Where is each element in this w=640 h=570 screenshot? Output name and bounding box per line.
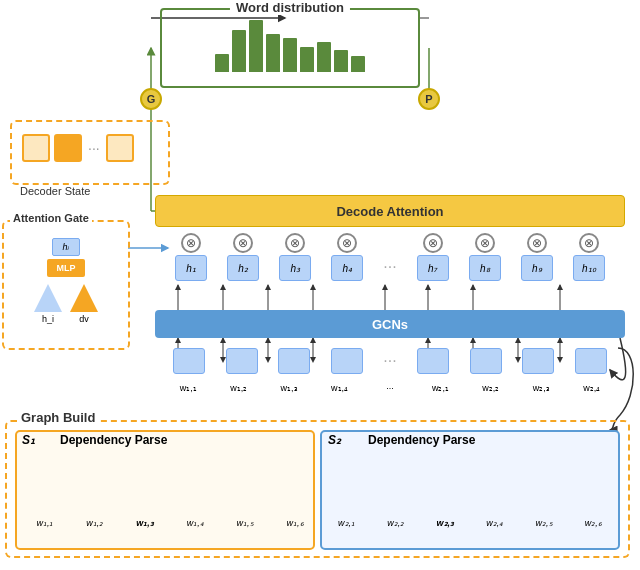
gcns-bar: GCNs — [155, 310, 625, 338]
w-label-6: w₂,₂ — [475, 383, 507, 393]
pw-s1-5: w₁,₅ — [237, 518, 254, 528]
ag-bottom: h_i dv — [34, 284, 98, 316]
s1-label: S₁ — [22, 433, 35, 447]
h-node-2: ⊗ h₂ — [227, 233, 259, 281]
decoder-state-box: ··· Decoder State — [10, 120, 170, 185]
bar-3 — [249, 20, 263, 72]
dec-block-2 — [54, 134, 82, 162]
parse-words-s1: w₁,₁ w₁,₂ w₁,₃ w₁,₄ w₁,₅ w₁,₆ — [20, 518, 320, 528]
ag-tri-2: dv — [70, 284, 98, 316]
decode-attention-bar: Decode Attention — [155, 195, 625, 227]
h-nodes-row: ⊗ h₁ ⊗ h₂ ⊗ h₃ ⊗ h₄ ··· ⊗ h₇ ⊗ h₈ ⊗ h₉ ⊗ — [155, 233, 625, 281]
pw-s1-6: w₁,₆ — [287, 518, 304, 528]
h-box-3: h₃ — [279, 255, 311, 281]
w-nodes-row: ··· — [155, 348, 625, 374]
h-dots: ··· — [383, 258, 396, 276]
w-box-6 — [470, 348, 502, 374]
ag-tri-1: h_i — [34, 284, 62, 316]
w-box-5 — [417, 348, 449, 374]
pw-s1-1: w₁,₁ — [36, 518, 53, 528]
w-label-1: w₁,₁ — [172, 383, 204, 393]
w-box-3 — [278, 348, 310, 374]
s2-dep-label: Dependency Parse — [368, 433, 475, 447]
w-box-2 — [226, 348, 258, 374]
s2-box — [320, 430, 620, 550]
w-label-8: w₂,₄ — [576, 383, 608, 393]
word-dist-label: Word distribution — [230, 0, 350, 15]
circle-g: G — [140, 88, 162, 110]
circle-p: P — [418, 88, 440, 110]
w-label-7: w₂,₃ — [525, 383, 557, 393]
bar-8 — [334, 50, 348, 72]
attention-gate-label: Attention Gate — [10, 212, 92, 224]
otimes-4: ⊗ — [337, 233, 357, 253]
attention-gate-box: Attention Gate hᵢ MLP h_i dv — [2, 220, 130, 350]
graph-build-label: Graph Build — [17, 410, 99, 425]
w-label-dots: ··· — [374, 383, 406, 393]
h-box-4: h₄ — [331, 255, 363, 281]
h-node-6: ⊗ h₈ — [469, 233, 501, 281]
diagram: Word distribution G P ··· Decoder State — [0, 0, 640, 570]
bar-6 — [300, 47, 314, 72]
h-node-5: ⊗ h₇ — [417, 233, 449, 281]
s1-dep-label: Dependency Parse — [60, 433, 167, 447]
w-label-3: w₁,₃ — [273, 383, 305, 393]
w-label-5: w₂,₁ — [424, 383, 456, 393]
bar-5 — [283, 38, 297, 72]
s2-label: S₂ — [328, 433, 341, 447]
h-box-7: h₉ — [521, 255, 553, 281]
bar-chart — [207, 21, 373, 76]
h-box-1: h₁ — [175, 255, 207, 281]
h-node-3: ⊗ h₃ — [279, 233, 311, 281]
decoder-blocks: ··· — [16, 126, 164, 170]
w-box-8 — [575, 348, 607, 374]
decoder-label: Decoder State — [20, 185, 90, 197]
pw-s1-3: w₁,₃ — [136, 518, 154, 528]
bar-2 — [232, 30, 246, 72]
w-labels-row: w₁,₁ w₁,₂ w₁,₃ w₁,₄ ··· w₂,₁ w₂,₂ w₂,₃ w… — [155, 383, 625, 393]
pw-s2-5: w₂,₅ — [536, 518, 553, 528]
pw-s1-2: w₁,₂ — [86, 518, 103, 528]
h-box-5: h₇ — [417, 255, 449, 281]
dec-block-3 — [106, 134, 134, 162]
pw-s1-4: w₁,₄ — [187, 518, 204, 528]
otimes-7: ⊗ — [527, 233, 547, 253]
h-node-7: ⊗ h₉ — [521, 233, 553, 281]
otimes-2: ⊗ — [233, 233, 253, 253]
bar-1 — [215, 54, 229, 72]
w-box-1 — [173, 348, 205, 374]
h-node-4: ⊗ h₄ — [331, 233, 363, 281]
w-box-7 — [522, 348, 554, 374]
h-box-8: h₁₀ — [573, 255, 605, 281]
word-distribution-box: Word distribution — [160, 8, 420, 88]
bar-7 — [317, 42, 331, 72]
w-dots: ··· — [383, 352, 396, 370]
pw-s2-3: w₂,₃ — [437, 518, 455, 528]
pw-s2-6: w₂,₆ — [585, 518, 602, 528]
pw-s2-4: w₂,₄ — [486, 518, 503, 528]
otimes-3: ⊗ — [285, 233, 305, 253]
ag-mlp: MLP — [47, 259, 85, 277]
otimes-6: ⊗ — [475, 233, 495, 253]
h-box-6: h₈ — [469, 255, 501, 281]
w-box-4 — [331, 348, 363, 374]
otimes-1: ⊗ — [181, 233, 201, 253]
dec-dots: ··· — [88, 140, 100, 156]
ag-content: hᵢ MLP h_i dv — [8, 226, 124, 316]
pw-s2-1: w₂,₁ — [338, 518, 355, 528]
otimes-8: ⊗ — [579, 233, 599, 253]
h-node-8: ⊗ h₁₀ — [573, 233, 605, 281]
ag-hi: hᵢ — [52, 238, 80, 256]
s1-box — [15, 430, 315, 550]
h-box-2: h₂ — [227, 255, 259, 281]
otimes-5: ⊗ — [423, 233, 443, 253]
h-node-1: ⊗ h₁ — [175, 233, 207, 281]
dec-block-1 — [22, 134, 50, 162]
bar-4 — [266, 34, 280, 72]
bar-9 — [351, 56, 365, 72]
parse-words-s2: w₂,₁ w₂,₂ w₂,₃ w₂,₄ w₂,₅ w₂,₆ — [322, 518, 618, 528]
w-label-2: w₁,₂ — [223, 383, 255, 393]
pw-s2-2: w₂,₂ — [387, 518, 404, 528]
w-label-4: w₁,₄ — [324, 383, 356, 393]
